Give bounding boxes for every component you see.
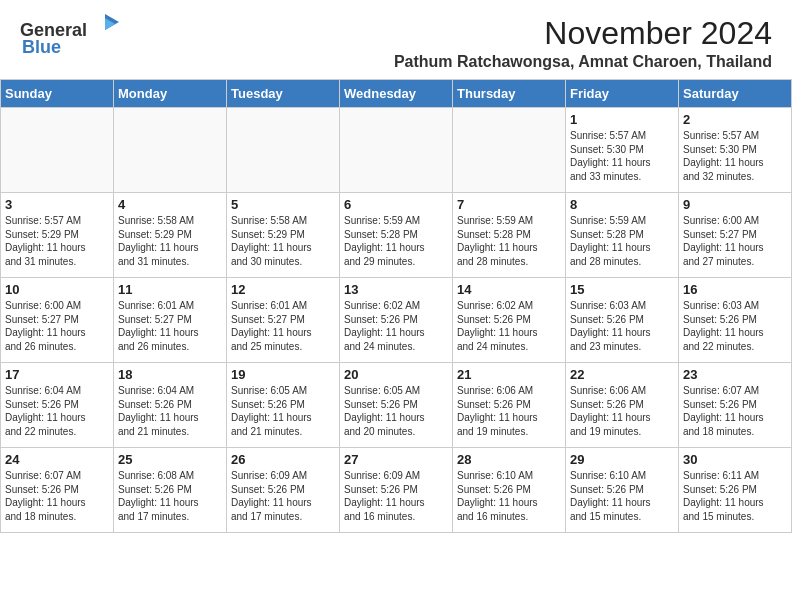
day-number: 8	[570, 197, 674, 212]
calendar-cell: 29Sunrise: 6:10 AM Sunset: 5:26 PM Dayli…	[566, 448, 679, 533]
calendar-week-4: 17Sunrise: 6:04 AM Sunset: 5:26 PM Dayli…	[1, 363, 792, 448]
calendar-cell	[227, 108, 340, 193]
day-info: Sunrise: 6:03 AM Sunset: 5:26 PM Dayligh…	[683, 299, 787, 353]
calendar-cell: 11Sunrise: 6:01 AM Sunset: 5:27 PM Dayli…	[114, 278, 227, 363]
day-info: Sunrise: 5:59 AM Sunset: 5:28 PM Dayligh…	[344, 214, 448, 268]
day-number: 25	[118, 452, 222, 467]
day-info: Sunrise: 6:08 AM Sunset: 5:26 PM Dayligh…	[118, 469, 222, 523]
day-info: Sunrise: 6:01 AM Sunset: 5:27 PM Dayligh…	[231, 299, 335, 353]
day-number: 29	[570, 452, 674, 467]
calendar-week-3: 10Sunrise: 6:00 AM Sunset: 5:27 PM Dayli…	[1, 278, 792, 363]
calendar-cell: 24Sunrise: 6:07 AM Sunset: 5:26 PM Dayli…	[1, 448, 114, 533]
day-number: 21	[457, 367, 561, 382]
calendar-cell: 27Sunrise: 6:09 AM Sunset: 5:26 PM Dayli…	[340, 448, 453, 533]
day-info: Sunrise: 6:03 AM Sunset: 5:26 PM Dayligh…	[570, 299, 674, 353]
day-number: 30	[683, 452, 787, 467]
day-info: Sunrise: 6:05 AM Sunset: 5:26 PM Dayligh…	[231, 384, 335, 438]
day-info: Sunrise: 6:09 AM Sunset: 5:26 PM Dayligh…	[344, 469, 448, 523]
weekday-header-monday: Monday	[114, 80, 227, 108]
calendar-table: SundayMondayTuesdayWednesdayThursdayFrid…	[0, 79, 792, 533]
day-number: 14	[457, 282, 561, 297]
day-info: Sunrise: 6:09 AM Sunset: 5:26 PM Dayligh…	[231, 469, 335, 523]
day-info: Sunrise: 6:07 AM Sunset: 5:26 PM Dayligh…	[5, 469, 109, 523]
calendar-cell: 10Sunrise: 6:00 AM Sunset: 5:27 PM Dayli…	[1, 278, 114, 363]
day-info: Sunrise: 6:00 AM Sunset: 5:27 PM Dayligh…	[5, 299, 109, 353]
calendar-cell: 17Sunrise: 6:04 AM Sunset: 5:26 PM Dayli…	[1, 363, 114, 448]
weekday-header-friday: Friday	[566, 80, 679, 108]
weekday-header-thursday: Thursday	[453, 80, 566, 108]
month-title: November 2024	[119, 16, 772, 51]
calendar-cell: 21Sunrise: 6:06 AM Sunset: 5:26 PM Dayli…	[453, 363, 566, 448]
day-number: 3	[5, 197, 109, 212]
calendar-cell: 5Sunrise: 5:58 AM Sunset: 5:29 PM Daylig…	[227, 193, 340, 278]
day-number: 28	[457, 452, 561, 467]
weekday-header-saturday: Saturday	[679, 80, 792, 108]
weekday-header-tuesday: Tuesday	[227, 80, 340, 108]
day-number: 11	[118, 282, 222, 297]
title-section: November 2024 Pathum Ratchawongsa, Amnat…	[119, 16, 772, 71]
day-number: 22	[570, 367, 674, 382]
calendar-week-1: 1Sunrise: 5:57 AM Sunset: 5:30 PM Daylig…	[1, 108, 792, 193]
calendar-cell: 3Sunrise: 5:57 AM Sunset: 5:29 PM Daylig…	[1, 193, 114, 278]
day-number: 16	[683, 282, 787, 297]
day-number: 5	[231, 197, 335, 212]
calendar-cell: 7Sunrise: 5:59 AM Sunset: 5:28 PM Daylig…	[453, 193, 566, 278]
day-number: 2	[683, 112, 787, 127]
day-info: Sunrise: 6:10 AM Sunset: 5:26 PM Dayligh…	[457, 469, 561, 523]
calendar-cell: 18Sunrise: 6:04 AM Sunset: 5:26 PM Dayli…	[114, 363, 227, 448]
day-number: 20	[344, 367, 448, 382]
page-header: General Blue November 2024 Pathum Ratcha…	[0, 0, 792, 79]
day-info: Sunrise: 6:07 AM Sunset: 5:26 PM Dayligh…	[683, 384, 787, 438]
day-number: 4	[118, 197, 222, 212]
day-number: 17	[5, 367, 109, 382]
calendar-cell: 20Sunrise: 6:05 AM Sunset: 5:26 PM Dayli…	[340, 363, 453, 448]
day-info: Sunrise: 6:00 AM Sunset: 5:27 PM Dayligh…	[683, 214, 787, 268]
calendar-cell: 30Sunrise: 6:11 AM Sunset: 5:26 PM Dayli…	[679, 448, 792, 533]
calendar-cell: 13Sunrise: 6:02 AM Sunset: 5:26 PM Dayli…	[340, 278, 453, 363]
calendar-cell: 2Sunrise: 5:57 AM Sunset: 5:30 PM Daylig…	[679, 108, 792, 193]
day-info: Sunrise: 6:10 AM Sunset: 5:26 PM Dayligh…	[570, 469, 674, 523]
day-number: 18	[118, 367, 222, 382]
location-title: Pathum Ratchawongsa, Amnat Charoen, Thai…	[119, 53, 772, 71]
weekday-header-sunday: Sunday	[1, 80, 114, 108]
logo[interactable]: General Blue	[20, 16, 119, 58]
day-number: 13	[344, 282, 448, 297]
calendar-cell: 1Sunrise: 5:57 AM Sunset: 5:30 PM Daylig…	[566, 108, 679, 193]
day-number: 6	[344, 197, 448, 212]
calendar-cell	[114, 108, 227, 193]
calendar-cell: 4Sunrise: 5:58 AM Sunset: 5:29 PM Daylig…	[114, 193, 227, 278]
day-info: Sunrise: 5:59 AM Sunset: 5:28 PM Dayligh…	[457, 214, 561, 268]
weekday-header-wednesday: Wednesday	[340, 80, 453, 108]
calendar-cell: 15Sunrise: 6:03 AM Sunset: 5:26 PM Dayli…	[566, 278, 679, 363]
day-info: Sunrise: 6:06 AM Sunset: 5:26 PM Dayligh…	[570, 384, 674, 438]
logo-flag-icon	[91, 14, 119, 36]
day-number: 15	[570, 282, 674, 297]
day-info: Sunrise: 5:57 AM Sunset: 5:30 PM Dayligh…	[570, 129, 674, 183]
day-info: Sunrise: 6:06 AM Sunset: 5:26 PM Dayligh…	[457, 384, 561, 438]
day-number: 12	[231, 282, 335, 297]
calendar-cell: 12Sunrise: 6:01 AM Sunset: 5:27 PM Dayli…	[227, 278, 340, 363]
day-number: 9	[683, 197, 787, 212]
day-info: Sunrise: 6:11 AM Sunset: 5:26 PM Dayligh…	[683, 469, 787, 523]
calendar-cell: 22Sunrise: 6:06 AM Sunset: 5:26 PM Dayli…	[566, 363, 679, 448]
calendar-cell: 16Sunrise: 6:03 AM Sunset: 5:26 PM Dayli…	[679, 278, 792, 363]
calendar-cell: 14Sunrise: 6:02 AM Sunset: 5:26 PM Dayli…	[453, 278, 566, 363]
calendar-cell	[1, 108, 114, 193]
day-info: Sunrise: 5:57 AM Sunset: 5:30 PM Dayligh…	[683, 129, 787, 183]
day-number: 24	[5, 452, 109, 467]
day-number: 19	[231, 367, 335, 382]
calendar-cell: 23Sunrise: 6:07 AM Sunset: 5:26 PM Dayli…	[679, 363, 792, 448]
calendar-cell: 6Sunrise: 5:59 AM Sunset: 5:28 PM Daylig…	[340, 193, 453, 278]
calendar-week-5: 24Sunrise: 6:07 AM Sunset: 5:26 PM Dayli…	[1, 448, 792, 533]
day-number: 23	[683, 367, 787, 382]
calendar-cell	[340, 108, 453, 193]
day-info: Sunrise: 5:58 AM Sunset: 5:29 PM Dayligh…	[231, 214, 335, 268]
calendar-week-2: 3Sunrise: 5:57 AM Sunset: 5:29 PM Daylig…	[1, 193, 792, 278]
day-number: 7	[457, 197, 561, 212]
day-info: Sunrise: 6:02 AM Sunset: 5:26 PM Dayligh…	[457, 299, 561, 353]
day-number: 26	[231, 452, 335, 467]
day-info: Sunrise: 6:05 AM Sunset: 5:26 PM Dayligh…	[344, 384, 448, 438]
day-number: 10	[5, 282, 109, 297]
day-info: Sunrise: 6:02 AM Sunset: 5:26 PM Dayligh…	[344, 299, 448, 353]
calendar-cell: 19Sunrise: 6:05 AM Sunset: 5:26 PM Dayli…	[227, 363, 340, 448]
